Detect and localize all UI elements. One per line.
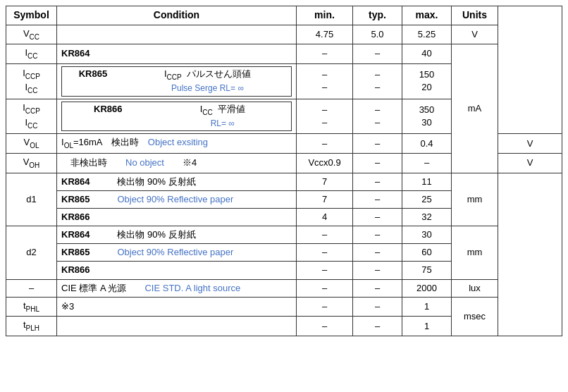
symbol-vol: VOL — [6, 134, 57, 154]
condition-d2-kr864: KR864 検出物 90% 反射紙 — [57, 226, 297, 244]
typ-d1-kr865: – — [353, 190, 402, 208]
max-vcc: 5.25 — [402, 25, 452, 44]
symbol-icc: ICC — [6, 44, 57, 64]
min-d1-kr864: 7 — [297, 173, 353, 190]
condition-vol: IOL=16mA 検出時 Object exsiting — [57, 134, 297, 154]
condition-d1-kr864: KR864 検出物 90% 反射紙 — [57, 173, 297, 190]
units-vcc: V — [452, 25, 498, 44]
table-row: d1 KR864 検出物 90% 反射紙 7 – 11 mm — [6, 173, 562, 190]
condition-tphl: ※3 — [57, 297, 297, 317]
typ-kr865-iccp: –– — [353, 63, 402, 99]
symbol-voh: VOH — [6, 153, 57, 173]
specs-table: Symbol Condition min. typ. max. Units VC… — [6, 6, 562, 336]
typ-vol: – — [353, 134, 402, 154]
table-row: ICC KR864 – – 40 mA — [6, 44, 562, 64]
symbol-tphl: tPHL — [6, 297, 57, 317]
min-vol: – — [297, 134, 353, 154]
min-tphl: – — [297, 297, 353, 317]
col-header-min: min. — [297, 6, 353, 25]
symbol-cie: – — [6, 279, 57, 297]
max-d1-kr864: 11 — [402, 173, 452, 190]
min-d1-kr865: 7 — [297, 190, 353, 208]
units-voh: V — [498, 153, 562, 173]
condition-cie: CIE 標準 A 光源 CIE STD. A light source — [57, 279, 297, 297]
max-tphl: 1 — [402, 297, 452, 317]
max-tplh: 1 — [402, 317, 452, 336]
condition-d1-kr865: KR865 Object 90% Reflective paper — [57, 190, 297, 208]
max-d1-kr866: 32 — [402, 208, 452, 226]
col-header-condition: Condition — [57, 6, 297, 25]
min-d2-kr865: – — [297, 244, 353, 262]
max-kr866-iccp: 35030 — [402, 99, 452, 134]
min-cie: – — [297, 279, 353, 297]
units-d1: mm — [452, 173, 498, 226]
col-header-typ: typ. — [353, 6, 402, 25]
table-row: d2 KR864 検出物 90% 反射紙 – – 30 mm — [6, 226, 562, 244]
min-d2-kr864: – — [297, 226, 353, 244]
units-tphl: msec — [452, 297, 498, 336]
typ-d1-kr866: – — [353, 208, 402, 226]
condition-icc-kr864: KR864 — [57, 44, 297, 64]
typ-kr866-iccp: –– — [353, 99, 402, 134]
col-header-units: Units — [452, 6, 498, 25]
typ-d1-kr864: – — [353, 173, 402, 190]
max-cie: 2000 — [402, 279, 452, 297]
col-header-max: max. — [402, 6, 452, 25]
min-kr865-iccp: –– — [297, 63, 353, 99]
max-d2-kr865: 60 — [402, 244, 452, 262]
max-d2-kr864: 30 — [402, 226, 452, 244]
typ-d2-kr865: – — [353, 244, 402, 262]
typ-vcc: 5.0 — [353, 25, 402, 44]
typ-tphl: – — [353, 297, 402, 317]
symbol-iccp-kr865-1: ICCPICC — [6, 63, 57, 99]
table-row: tPHL ※3 – – 1 msec — [6, 297, 562, 317]
min-tplh: – — [297, 317, 353, 336]
condition-vcc — [57, 25, 297, 44]
min-vcc: 4.75 — [297, 25, 353, 44]
symbol-tplh: tPLH — [6, 317, 57, 336]
max-icc-kr864: 40 — [402, 44, 452, 64]
max-vol: 0.4 — [402, 134, 452, 154]
symbol-iccp-kr866: ICCPICC — [6, 99, 57, 134]
condition-d2-kr866: KR866 — [57, 262, 297, 279]
min-voh: Vccx0.9 — [297, 153, 353, 173]
min-icc-kr864: – — [297, 44, 353, 64]
symbol-d2: d2 — [6, 226, 57, 280]
col-header-symbol: Symbol — [6, 6, 57, 25]
condition-tplh — [57, 317, 297, 336]
max-voh: – — [402, 153, 452, 173]
condition-d2-kr865: KR865 Object 90% Reflective paper — [57, 244, 297, 262]
typ-voh: – — [353, 153, 402, 173]
units-icc: mA — [452, 44, 498, 173]
condition-kr865-1: KR865 ICCP パルスせん頭値 Pulse Serge RL= ∞ — [57, 63, 297, 99]
units-vol: V — [498, 134, 562, 154]
min-kr866-iccp: –– — [297, 99, 353, 134]
typ-tplh: – — [353, 317, 402, 336]
typ-d2-kr864: – — [353, 226, 402, 244]
symbol-d1: d1 — [6, 173, 57, 226]
typ-cie: – — [353, 279, 402, 297]
condition-voh: 非検出時 No object ※4 — [57, 153, 297, 173]
units-cie: lux — [452, 279, 498, 297]
condition-d1-kr866: KR866 — [57, 208, 297, 226]
table-row: – CIE 標準 A 光源 CIE STD. A light source – … — [6, 279, 562, 297]
typ-icc-kr864: – — [353, 44, 402, 64]
symbol-vcc: VCC — [6, 25, 57, 44]
min-d2-kr866: – — [297, 262, 353, 279]
min-d1-kr866: 4 — [297, 208, 353, 226]
max-d1-kr865: 25 — [402, 190, 452, 208]
table-row: VCC 4.75 5.0 5.25 V — [6, 25, 562, 44]
typ-d2-kr866: – — [353, 262, 402, 279]
units-d2: mm — [452, 226, 498, 280]
max-kr865-iccp: 15020 — [402, 63, 452, 99]
max-d2-kr866: 75 — [402, 262, 452, 279]
condition-kr866: KR866 ICC 平滑値 RL= ∞ — [57, 99, 297, 134]
